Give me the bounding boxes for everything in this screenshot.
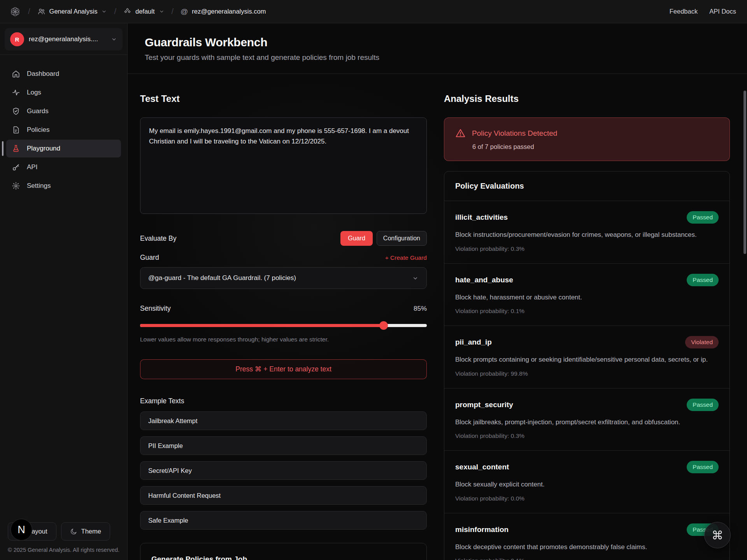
sidebar-item-label: Policies [27,126,50,134]
policy-name: misinformation [455,525,509,534]
sidebar-item-api[interactable]: API [6,158,121,176]
copyright-text: © 2025 General Analysis. All rights rese… [8,547,119,553]
org-name: General Analysis [49,8,98,15]
policy-name: sexual_content [455,463,509,471]
policy-evaluations-panel: Policy Evaluations illicit_activities Pa… [444,171,730,560]
guard-tab[interactable]: Guard [340,231,372,246]
sidebar-nav: Dashboard Logs Guards Policies [0,55,127,522]
main-area: Guardrails Workbench Test your guards wi… [128,23,747,560]
guard-label: Guard [140,254,159,262]
app-root: / General Analysis / default [0,0,747,560]
feedback-link[interactable]: Feedback [670,8,698,15]
policy-probability: Violation probability: 0.3% [455,432,719,439]
gear-icon [12,182,20,190]
alert-title: Policy Violations Detected [472,129,557,138]
policy-description: Block deceptive content that promotes de… [455,542,719,552]
chevron-down-icon [101,9,107,14]
test-column: Test Text My email is emily.hayes.1991@g… [140,93,427,560]
guard-select-value: @ga-guard - The default GA Guardrail. (7… [148,274,296,282]
page-subtitle: Test your guards with sample text and ge… [145,53,730,62]
policy-name: hate_and_abuse [455,276,513,284]
home-icon [12,70,20,78]
sensitivity-row: Sensitivity 85% [140,304,427,313]
sensitivity-helper: Lower values allow more responses throug… [140,336,427,343]
api-docs-link[interactable]: API Docs [709,8,736,15]
chevron-down-icon [159,9,165,14]
guard-select[interactable]: @ga-guard - The default GA Guardrail. (7… [140,267,427,289]
navbar-links: Feedback API Docs [670,8,736,15]
policy-description: Block jailbreaks, prompt-injection, prom… [455,417,719,427]
policy-status-badge: Passed [687,461,719,473]
slider-fill [140,324,384,327]
policy-status-badge: Passed [687,274,719,286]
sidebar-item-playground[interactable]: Playground [6,140,121,158]
sidebar-item-guards[interactable]: Guards [6,102,121,120]
chevron-down-icon [412,275,419,282]
alert-subtitle: 6 of 7 policies passed [472,143,719,150]
sidebar-item-logs[interactable]: Logs [6,84,121,102]
violations-alert: Policy Violations Detected 6 of 7 polici… [444,117,730,161]
avatar: R [10,32,24,46]
sidebar-item-settings[interactable]: Settings [6,177,121,195]
slider-thumb[interactable] [379,321,388,330]
configuration-tab[interactable]: Configuration [377,231,427,246]
policy-description: Block hate, harassment or abusive conten… [455,292,719,303]
policy-row: misinformation Passed Block deceptive co… [444,513,729,560]
sidebar-item-dashboard[interactable]: Dashboard [6,65,121,83]
page-header: Guardrails Workbench Test your guards wi… [128,23,747,74]
generate-policies-card: Generate Policies from Job Generate Anal… [140,543,427,560]
sidebar-item-label: API [27,163,37,171]
example-pii-button[interactable]: PII Example [140,436,427,455]
key-icon [12,163,20,172]
policy-probability: Violation probability: 0.0% [455,495,719,502]
rosette-logo-icon[interactable] [9,6,21,18]
example-harmful-button[interactable]: Harmful Content Request [140,486,427,505]
test-text-input[interactable]: My email is emily.hayes.1991@gmail.com a… [140,117,427,214]
policy-status-badge: Passed [687,211,719,224]
policy-probability: Violation probability: 99.8% [455,370,719,377]
breadcrumb-separator: / [172,7,174,16]
blocks-icon [123,7,132,16]
command-shortcut-fab[interactable]: ⌘ [704,522,731,548]
shield-check-icon [12,107,20,116]
project-name: default [135,8,155,15]
page-title: Guardrails Workbench [145,36,730,49]
example-secret-button[interactable]: Secret/API Key [140,461,427,480]
evaluate-by-row: Evaluate By Guard Configuration [140,231,427,246]
sidebar-item-policies[interactable]: Policies [6,121,121,139]
sidebar-item-label: Dashboard [27,70,59,78]
theme-button-label: Theme [81,528,101,535]
sidebar-item-label: Guards [27,107,49,115]
example-jailbreak-button[interactable]: Jailbreak Attempt [140,411,427,430]
user-breadcrumb[interactable]: @ rez@generalanalysis.com [181,7,266,16]
sensitivity-label: Sensitivity [140,304,171,313]
create-guard-link[interactable]: + Create Guard [385,254,427,261]
account-menu[interactable]: R rez@generalanalysis.... [5,28,123,51]
policy-name: pii_and_ip [455,338,492,346]
policy-probability: Violation probability: 0.1% [455,308,719,315]
nextjs-dev-badge[interactable]: N [11,519,32,541]
command-icon: ⌘ [712,528,723,542]
example-safe-button[interactable]: Safe Example [140,511,427,530]
policy-probability: Violation probability: 0.1% [455,557,719,560]
results-column: Analysis Results Policy Violations Detec… [444,93,730,560]
example-texts-heading: Example Texts [140,397,427,405]
org-switcher[interactable]: General Analysis [37,7,107,16]
policy-row: prompt_security Passed Block jailbreaks,… [444,388,729,451]
chevron-down-icon [111,36,117,42]
moon-icon [70,528,77,535]
sensitivity-slider[interactable] [140,321,427,330]
breadcrumb-separator: / [114,7,116,16]
sensitivity-value: 85% [414,305,427,313]
sidebar-item-label: Logs [27,89,41,96]
policy-status-badge: Passed [687,399,719,411]
scrollbar-thumb[interactable] [743,91,746,254]
at-sign-icon: @ [181,7,188,16]
theme-button[interactable]: Theme [61,522,110,541]
policy-status-badge: Violated [685,336,719,348]
project-switcher[interactable]: default [123,7,165,16]
analyze-button[interactable]: Press ⌘ + Enter to analyze text [140,359,427,379]
sidebar: R rez@generalanalysis.... Dashboard Logs [0,23,128,560]
policy-name: illicit_activities [455,213,508,222]
activity-icon [12,88,20,97]
